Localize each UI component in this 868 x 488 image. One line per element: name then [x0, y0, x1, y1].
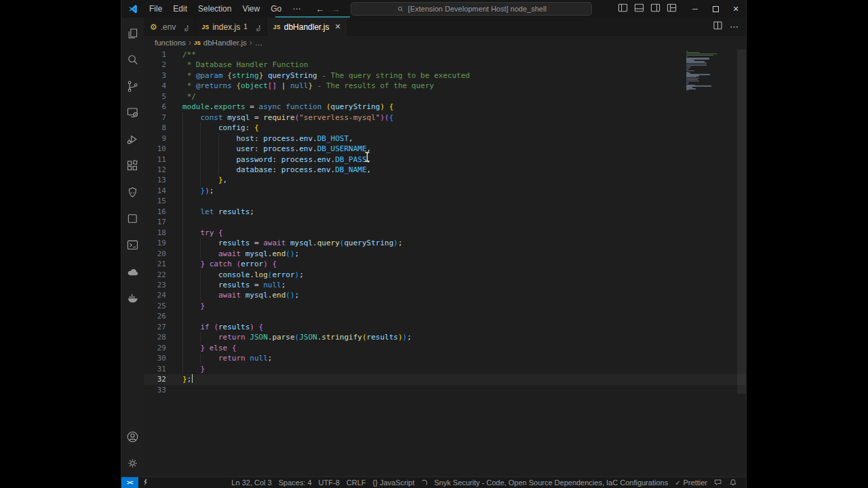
status-feedback[interactable]	[711, 477, 726, 488]
line-number: 31	[144, 364, 182, 374]
token: results	[218, 281, 250, 289]
token: end	[272, 249, 285, 258]
token: )	[250, 323, 254, 331]
code-line-1: 1/**	[144, 49, 746, 60]
token: null	[250, 354, 268, 363]
status-remote-indicator[interactable]: ><	[121, 477, 138, 488]
line-content: */	[182, 92, 746, 102]
line-content: return JSON.parse(JSON.stringify(results…	[182, 332, 746, 342]
token: DB_HOST	[317, 134, 349, 143]
line-content: const mysql = require("serverless-mysql"…	[182, 113, 746, 123]
close-button[interactable]: ✕	[726, 0, 746, 18]
token: :	[272, 155, 281, 164]
code-line-9: 9 host: process.env.DB_HOST,	[144, 134, 746, 144]
activity-cloud-extension-icon[interactable]	[121, 258, 144, 285]
token: stringify	[321, 333, 362, 342]
split-editor-icon[interactable]	[713, 20, 723, 33]
status-label: Snyk Security - Code, Open Source Depend…	[434, 479, 668, 487]
menu-more[interactable]: ⋯	[287, 2, 306, 16]
token: mysql	[227, 113, 250, 122]
token: @param	[196, 71, 223, 80]
line-content: if (results) {	[182, 322, 746, 332]
activity-explorer-icon[interactable]	[121, 20, 144, 47]
activity-docker-icon[interactable]	[121, 285, 144, 311]
activity-source-control-icon[interactable]	[121, 73, 144, 100]
status-language-mode[interactable]: {} JavaScript	[370, 477, 418, 488]
breadcrumb-item[interactable]: JSdbHandler.js	[194, 39, 247, 47]
activity-remote-explorer-icon[interactable]	[121, 100, 144, 126]
token: =	[250, 281, 263, 289]
navigate-forward-icon[interactable]: →	[331, 4, 340, 14]
minimize-button[interactable]: ─	[685, 0, 705, 18]
indent-guide	[200, 290, 201, 300]
token: query	[317, 239, 340, 247]
status-plug-indicator[interactable]	[138, 477, 153, 488]
activity-settings-icon[interactable]	[121, 450, 144, 476]
status-notifications[interactable]	[726, 477, 741, 488]
activity-snyk-security-icon[interactable]	[121, 179, 144, 205]
token: exports	[214, 102, 245, 111]
status-cursor-position[interactable]: Ln 32, Col 3	[228, 477, 275, 488]
token: parse	[272, 333, 294, 342]
token: =	[250, 113, 263, 122]
menu-go[interactable]: Go	[265, 2, 287, 16]
breadcrumb-item[interactable]: functions	[155, 39, 186, 47]
status-snyk-security[interactable]: Snyk Security - Code, Open Source Depend…	[431, 477, 671, 488]
line-number: 15	[144, 196, 182, 206]
status-eol-sequence[interactable]: CRLF	[343, 477, 370, 488]
toggle-secondary-sidebar-icon[interactable]	[650, 3, 660, 15]
token: ()	[285, 291, 294, 300]
token: ;	[407, 333, 412, 342]
breadcrumb-item[interactable]: …	[255, 39, 263, 47]
menu-selection[interactable]: Selection	[193, 2, 237, 16]
status-sync-spinner[interactable]	[418, 477, 431, 488]
token: env	[299, 134, 313, 143]
editor-scrollbar[interactable]	[737, 49, 746, 394]
status-bar: >< Ln 32, Col 3Spaces: 4UTF-8CRLF{} Java…	[121, 476, 746, 488]
activity-search-icon[interactable]	[121, 47, 144, 73]
navigate-back-icon[interactable]: ←	[315, 4, 324, 14]
tab-dbHandler-js[interactable]: JSdbHandler.js✕	[267, 18, 348, 36]
customize-layout-icon[interactable]	[667, 3, 677, 15]
pin-icon[interactable]	[252, 23, 260, 31]
activity-extensions-icon[interactable]	[121, 152, 144, 179]
token: (	[214, 323, 218, 331]
activity-terminal-extension-icon[interactable]	[121, 232, 144, 258]
indent-guide	[182, 186, 183, 196]
activity-accounts-icon[interactable]	[121, 424, 144, 450]
token	[227, 344, 232, 352]
token: env	[317, 155, 331, 164]
tab-close-icon[interactable]: ✕	[334, 22, 340, 31]
token: try	[201, 228, 214, 237]
status-indentation[interactable]: Spaces: 4	[275, 477, 315, 488]
status-prettier[interactable]: ✓Prettier	[671, 477, 711, 488]
minimap[interactable]	[686, 51, 736, 94]
menu-view[interactable]: View	[237, 2, 265, 16]
line-content: }	[182, 301, 746, 311]
line-number: 24	[144, 290, 182, 300]
status-label: UTF-8	[319, 479, 340, 487]
line-number: 2	[144, 60, 182, 70]
breadcrumb-label: functions	[155, 39, 186, 47]
line-number: 26	[144, 311, 182, 321]
tab--env[interactable]: ⚙.env	[144, 18, 195, 36]
activity-run-and-debug-icon[interactable]	[121, 126, 144, 152]
code-line-24: 24 await mysql.end();	[144, 290, 746, 300]
command-center[interactable]: [Extension Development Host] node_shell	[351, 2, 592, 16]
activity-extension-panel-icon[interactable]	[121, 205, 144, 232]
editor-more-actions-icon[interactable]: ⋯	[730, 22, 739, 32]
maximize-button[interactable]	[705, 0, 726, 18]
tab-index-js[interactable]: JSindex.js1	[195, 18, 267, 36]
tab-problems-badge: 1	[243, 23, 248, 30]
code-editor[interactable]: 1/**2 * Database Handler Function3 * @pa…	[144, 49, 746, 476]
indent-guide	[200, 353, 201, 363]
token: process	[281, 155, 313, 164]
toggle-primary-sidebar-icon[interactable]	[618, 3, 628, 15]
menu-file[interactable]: File	[144, 2, 167, 16]
toggle-panel-icon[interactable]	[634, 3, 644, 15]
indent-guide	[182, 228, 183, 238]
menu-edit[interactable]: Edit	[167, 2, 193, 16]
status-encoding[interactable]: UTF-8	[315, 477, 343, 488]
token	[254, 323, 259, 331]
pin-icon[interactable]	[180, 23, 189, 31]
